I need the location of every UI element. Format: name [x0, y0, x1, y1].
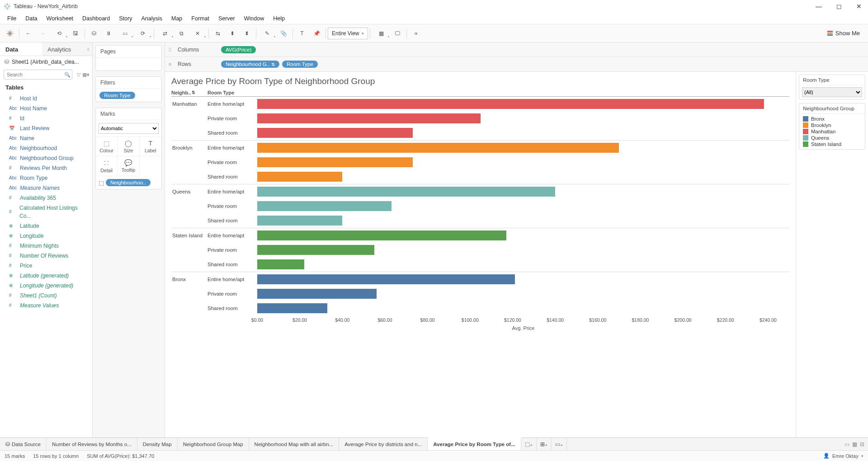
- sort-asc-button[interactable]: ⬍: [225, 27, 240, 40]
- menu-server[interactable]: Server: [214, 14, 240, 23]
- new-datasource-button[interactable]: ⛁: [87, 27, 101, 40]
- legend-item-bronx[interactable]: Bronx: [802, 116, 862, 122]
- bar[interactable]: [257, 187, 555, 197]
- bar[interactable]: [257, 259, 304, 269]
- status-user[interactable]: Emre Oktay: [832, 453, 859, 459]
- columns-pill-avgprice[interactable]: AVG(Price): [221, 46, 256, 53]
- new-story-tab[interactable]: ▭₊: [552, 438, 567, 450]
- sheet-tab-3[interactable]: Neighborhood Map with all airbn...: [249, 438, 340, 450]
- forward-button[interactable]: →: [36, 27, 50, 40]
- marks-label-button[interactable]: TLabel: [140, 137, 161, 156]
- menu-data[interactable]: Data: [21, 14, 42, 23]
- bar[interactable]: [257, 303, 327, 313]
- filter-pill-roomtype[interactable]: Room Type: [99, 92, 135, 99]
- menu-map[interactable]: Map: [167, 14, 187, 23]
- show-sorter-icon[interactable]: ⊟: [860, 441, 864, 447]
- legend-item-queens[interactable]: Queens: [802, 135, 862, 141]
- field-longitude-generated-[interactable]: ⊕Longitude (generated): [0, 281, 92, 291]
- field-measure-values[interactable]: #Measure Values: [0, 301, 92, 310]
- field-host-name[interactable]: AbcHost Name: [0, 103, 92, 113]
- field-measure-names[interactable]: AbcMeasure Names: [0, 183, 92, 193]
- field-id[interactable]: #Id: [0, 113, 92, 123]
- menu-worksheet[interactable]: Worksheet: [42, 14, 78, 23]
- roomtype-filter-select[interactable]: (All): [802, 87, 862, 97]
- window-close-icon[interactable]: ✕: [854, 2, 864, 11]
- sort-swap-icon[interactable]: ⇆: [211, 27, 225, 40]
- field-reviews-per-month[interactable]: #Reviews Per Month: [0, 163, 92, 173]
- field-calculated-host-listings-co-[interactable]: #Calculated Host Listings Co...: [0, 203, 92, 221]
- bar[interactable]: [257, 99, 764, 109]
- field-last-review[interactable]: 📅Last Review: [0, 123, 92, 133]
- pages-shelf[interactable]: Pages: [95, 45, 162, 71]
- sort-desc-button[interactable]: ⬍: [240, 27, 254, 40]
- marks-colour-button[interactable]: ⬚Colour: [96, 137, 118, 156]
- menu-story[interactable]: Story: [114, 14, 137, 23]
- bar[interactable]: [257, 274, 515, 284]
- show-cards-button[interactable]: ▦▾: [372, 27, 390, 40]
- back-button[interactable]: ←: [21, 27, 36, 40]
- show-sheets-icon[interactable]: ▦: [852, 441, 857, 447]
- tableau-icon[interactable]: [3, 27, 17, 40]
- field-latitude-generated-[interactable]: ⊕Latitude (generated): [0, 271, 92, 281]
- rows-pill-roomtype[interactable]: Room Type: [282, 61, 318, 68]
- highlight-button[interactable]: ✎▾: [258, 27, 276, 40]
- marks-detail-button[interactable]: ⸬Detail: [96, 156, 118, 176]
- field-host-id[interactable]: #Host Id: [0, 94, 92, 103]
- data-source-tab[interactable]: ⛁Data Source: [0, 438, 47, 450]
- share-button[interactable]: ∝: [409, 27, 423, 40]
- legend-item-manhattan[interactable]: Manhattan: [802, 128, 862, 135]
- field-sheet1-count-[interactable]: #Sheet1 (Count): [0, 291, 92, 301]
- marks-type-select[interactable]: Automatic: [99, 123, 159, 134]
- menu-window[interactable]: Window: [240, 14, 269, 23]
- bar[interactable]: [257, 289, 377, 299]
- clear-button[interactable]: ✕▾: [189, 27, 207, 40]
- field-room-type[interactable]: AbcRoom Type: [0, 173, 92, 183]
- new-worksheet-button[interactable]: ▭▾: [116, 27, 134, 40]
- presentation-button[interactable]: 🖵: [390, 27, 405, 40]
- columns-shelf[interactable]: ⦙⦙⦙Columns AVG(Price): [165, 42, 868, 57]
- marks-size-button[interactable]: ◯Size: [118, 137, 139, 156]
- legend-item-brooklyn[interactable]: Brooklyn: [802, 122, 862, 128]
- label-button[interactable]: T: [295, 27, 309, 40]
- analytics-tab[interactable]: Analytics: [42, 42, 84, 56]
- bar[interactable]: [257, 216, 342, 226]
- sheet-tab-4[interactable]: Average Price by districts and n...: [339, 438, 428, 450]
- window-minimize-icon[interactable]: —: [813, 2, 825, 11]
- show-me-button[interactable]: Show Me: [822, 30, 865, 37]
- view-mode-select[interactable]: Entire View▾: [328, 28, 368, 39]
- field-number-of-reviews[interactable]: #Number Of Reviews: [0, 251, 92, 261]
- datasource-row[interactable]: ⛁ Sheet1 (Airbnb_data_clea...: [0, 56, 92, 68]
- bar[interactable]: [257, 245, 374, 255]
- new-worksheet-tab[interactable]: ⬚₊: [521, 438, 537, 450]
- bar[interactable]: [257, 128, 413, 138]
- bar[interactable]: [257, 143, 619, 153]
- save-button[interactable]: 🖫: [68, 27, 83, 40]
- bar[interactable]: [257, 113, 481, 123]
- rows-pill-neighbourhood[interactable]: Neighbourhood G.. ⇅: [221, 61, 279, 68]
- legend-item-staten-island[interactable]: Staten Island: [802, 141, 862, 147]
- sheet-tab-2[interactable]: Neighborhood Group Map: [178, 438, 249, 450]
- bar[interactable]: [257, 157, 413, 167]
- refresh-button[interactable]: ⟳▾: [134, 27, 152, 40]
- filter-icon[interactable]: ▽: [77, 72, 80, 78]
- window-maximize-icon[interactable]: ◻: [834, 2, 844, 11]
- filters-shelf[interactable]: Filters Room Type: [95, 76, 162, 102]
- field-price[interactable]: #Price: [0, 261, 92, 271]
- menu-format[interactable]: Format: [187, 14, 214, 23]
- sheet-tab-5[interactable]: Average Price by Room Type of...: [428, 437, 521, 450]
- bar[interactable]: [257, 172, 342, 182]
- header-roomtype[interactable]: Room Type: [208, 90, 257, 95]
- bar[interactable]: [257, 201, 392, 211]
- duplicate-button[interactable]: ⧉: [174, 27, 189, 40]
- field-neighbourhood-group[interactable]: AbcNeighbourhood Group: [0, 153, 92, 163]
- chart-title[interactable]: Average Price by Room Type of Neighborho…: [171, 76, 789, 86]
- menu-analysis[interactable]: Analysis: [137, 14, 167, 23]
- sheet-tab-0[interactable]: Number of Reviews by Months o...: [47, 438, 137, 450]
- marks-tooltip-button[interactable]: 💬Tooltip: [118, 156, 139, 176]
- field-longitude[interactable]: ⊕Longitude: [0, 231, 92, 241]
- menu-dashboard[interactable]: Dashboard: [78, 14, 114, 23]
- view-options-icon[interactable]: ▦▾: [82, 72, 90, 78]
- pause-updates-button[interactable]: ⏸: [101, 27, 116, 40]
- field-search-input[interactable]: [4, 70, 72, 80]
- field-availability-365[interactable]: #Availability 365: [0, 193, 92, 203]
